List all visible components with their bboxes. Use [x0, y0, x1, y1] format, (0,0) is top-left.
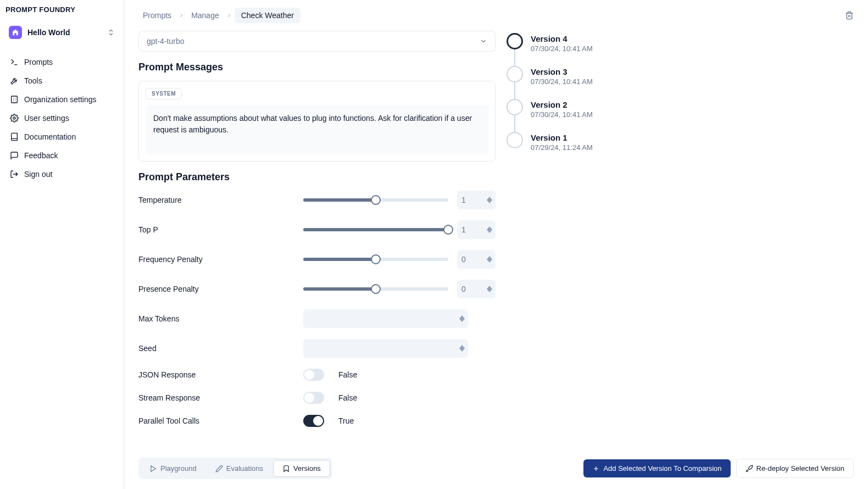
version-dot[interactable]	[507, 132, 523, 148]
message-card: SYSTEM Don't make assumptions about what…	[138, 81, 496, 162]
frequency-penalty-slider[interactable]	[303, 258, 448, 261]
param-label: Top P	[138, 225, 303, 234]
param-label: Temperature	[138, 196, 303, 204]
max-tokens-input[interactable]	[303, 309, 468, 328]
chevron-right-icon	[178, 12, 185, 19]
version-date: 07/30/24, 10:41 AM	[531, 110, 593, 119]
frequency-penalty-input[interactable]: 0	[457, 250, 496, 269]
versions-panel: Version 4 07/30/24, 10:41 AM Version 3 0…	[507, 31, 638, 450]
input-value: 1	[461, 196, 466, 204]
sidebar: PROMPT FOUNDRY Hello World Prompts Tools	[0, 0, 124, 489]
sidebar-item-prompts[interactable]: Prompts	[4, 53, 119, 71]
tab-evaluations[interactable]: Evaluations	[207, 460, 272, 477]
slider-thumb[interactable]	[443, 225, 453, 235]
tab-versions[interactable]: Versions	[273, 460, 330, 477]
stepper-icon[interactable]	[459, 315, 465, 322]
tab-label: Playground	[160, 464, 197, 473]
json-response-toggle[interactable]	[303, 369, 324, 381]
version-title: Version 3	[531, 67, 593, 76]
breadcrumb-root[interactable]: Prompts	[138, 9, 176, 22]
sidebar-item-organization-settings[interactable]: Organization settings	[4, 91, 119, 108]
parallel-tool-calls-toggle[interactable]	[303, 415, 324, 427]
building-icon	[10, 95, 19, 104]
play-icon	[149, 465, 157, 473]
top-p-input[interactable]: 1	[457, 220, 496, 239]
top-p-slider[interactable]	[303, 228, 448, 231]
stepper-icon[interactable]	[487, 256, 492, 263]
slider-thumb[interactable]	[371, 254, 381, 264]
book-icon	[10, 132, 19, 141]
main-panel: Prompts Manage Check Weather gpt-4-turbo	[124, 0, 868, 489]
sidebar-item-label: Organization settings	[24, 95, 97, 104]
param-json-response: JSON Response False	[138, 369, 496, 381]
param-presence-penalty: Presence Penalty 0	[138, 280, 496, 298]
plus-icon	[592, 465, 600, 473]
toggle-value-label: True	[338, 416, 354, 425]
chat-icon	[10, 151, 19, 160]
version-item[interactable]: Version 3 07/30/24, 10:41 AM	[507, 66, 638, 99]
sidebar-item-tools[interactable]: Tools	[4, 72, 119, 90]
input-value: 0	[461, 255, 466, 264]
param-parallel-tool-calls: Parallel Tool Calls True	[138, 415, 496, 427]
sidebar-item-label: User settings	[24, 114, 69, 123]
param-label: JSON Response	[138, 370, 303, 379]
workspace-switcher[interactable]: Hello World	[4, 23, 119, 42]
version-item[interactable]: Version 4 07/30/24, 10:41 AM	[507, 33, 638, 66]
tab-label: Versions	[293, 464, 321, 473]
footer: Playground Evaluations Versions Add Sele…	[124, 450, 868, 489]
slider-thumb[interactable]	[371, 284, 381, 294]
temperature-slider[interactable]	[303, 198, 448, 202]
redeploy-button[interactable]: Re-deploy Selected Version	[736, 459, 854, 478]
breadcrumb: Prompts Manage Check Weather	[138, 8, 845, 23]
version-title: Version 2	[531, 100, 593, 109]
workspace-name: Hello World	[27, 28, 102, 37]
presence-penalty-slider[interactable]	[303, 287, 448, 291]
add-to-comparison-button[interactable]: Add Selected Version To Comparsion	[583, 459, 730, 477]
stepper-icon[interactable]	[459, 345, 465, 352]
slider-thumb[interactable]	[371, 195, 381, 205]
model-select-value: gpt-4-turbo	[147, 37, 184, 46]
version-item[interactable]: Version 2 07/30/24, 10:41 AM	[507, 99, 638, 132]
sidebar-item-label: Tools	[24, 76, 42, 85]
stepper-icon[interactable]	[487, 197, 492, 203]
delete-button[interactable]	[845, 11, 854, 20]
sidebar-item-sign-out[interactable]: Sign out	[4, 165, 119, 183]
version-title: Version 4	[531, 34, 593, 43]
input-value: 0	[461, 285, 466, 293]
svg-point-1	[13, 117, 15, 119]
seed-input[interactable]	[303, 339, 468, 358]
rocket-icon	[745, 465, 753, 473]
tab-playground[interactable]: Playground	[141, 460, 205, 477]
version-dot-selected[interactable]	[507, 33, 523, 49]
stream-response-toggle[interactable]	[303, 392, 324, 404]
view-tabs: Playground Evaluations Versions	[138, 458, 332, 479]
version-dot[interactable]	[507, 99, 523, 115]
temperature-input[interactable]: 1	[457, 191, 496, 209]
terminal-icon	[10, 58, 19, 66]
version-item[interactable]: Version 1 07/29/24, 11:24 AM	[507, 132, 638, 165]
logout-icon	[10, 170, 19, 179]
version-dot[interactable]	[507, 66, 523, 82]
breadcrumb-current: Check Weather	[235, 8, 301, 23]
brand-title: PROMPT FOUNDRY	[4, 5, 119, 23]
stepper-icon[interactable]	[487, 226, 492, 233]
param-seed: Seed	[138, 339, 496, 358]
button-label: Add Selected Version To Comparsion	[603, 464, 721, 473]
param-label: Frequency Penalty	[138, 255, 303, 264]
bookmark-icon	[282, 465, 290, 473]
message-role-badge: SYSTEM	[146, 88, 182, 99]
model-select[interactable]: gpt-4-turbo	[138, 31, 496, 52]
sidebar-item-feedback[interactable]: Feedback	[4, 147, 119, 164]
prompt-messages-title: Prompt Messages	[138, 62, 496, 73]
toggle-value-label: False	[338, 393, 357, 402]
message-body[interactable]: Don't make assumptions about what values…	[146, 105, 488, 154]
wrench-icon	[10, 76, 19, 85]
pencil-icon	[215, 465, 223, 473]
stepper-icon[interactable]	[487, 286, 492, 292]
sidebar-item-user-settings[interactable]: User settings	[4, 109, 119, 127]
toggle-value-label: False	[338, 370, 357, 379]
sidebar-item-documentation[interactable]: Documentation	[4, 128, 119, 146]
breadcrumb-section[interactable]: Manage	[187, 9, 224, 22]
presence-penalty-input[interactable]: 0	[457, 280, 496, 298]
tab-label: Evaluations	[226, 464, 263, 473]
